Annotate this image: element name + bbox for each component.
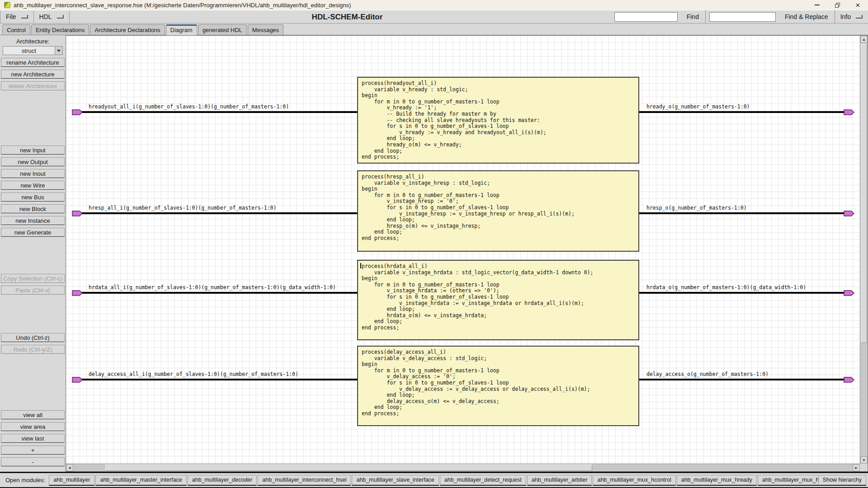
delete-architecture-button: delete Architecture bbox=[1, 81, 65, 90]
process-block-hresp[interactable]: process(hresp_all_i) variable v_instage_… bbox=[357, 170, 639, 252]
module-tab[interactable]: ahb_multilayer_master_interface bbox=[95, 475, 186, 486]
input-port-icon[interactable] bbox=[72, 210, 83, 218]
signal-label[interactable]: hrdata_o(g_number_of_masters-1:0)(g_data… bbox=[646, 284, 806, 291]
show-hierarchy-button[interactable]: Show hierarchy bbox=[818, 475, 866, 486]
process-code: process(hresp_all_i) variable v_instage_… bbox=[362, 174, 635, 242]
menu-tearoff-icon bbox=[856, 15, 863, 19]
signal-label[interactable]: hrdata_all_i(g_number_of_slaves-1:0)(g_n… bbox=[89, 284, 336, 291]
close-button[interactable]: × bbox=[848, 0, 868, 10]
scroll-up-arrow-icon[interactable]: ▲ bbox=[860, 36, 868, 43]
wire-delay-access-left[interactable] bbox=[76, 379, 357, 380]
new-output-button[interactable]: new Output bbox=[1, 157, 65, 166]
signal-label[interactable]: delay_access_o(g_number_of_masters-1:0) bbox=[646, 371, 769, 377]
open-modules-list: ahb_multilayer ahb_multilayer_master_int… bbox=[49, 475, 818, 486]
zoom-out-button[interactable]: - bbox=[1, 457, 65, 466]
menu-tearoff-icon bbox=[57, 15, 64, 19]
module-tab[interactable]: ahb_multilayer_slave_interface bbox=[352, 475, 439, 486]
scroll-left-arrow-icon[interactable]: ◄ bbox=[66, 464, 73, 471]
module-tab[interactable]: ahb_multilayer_mux_hready bbox=[677, 475, 757, 486]
minimize-icon bbox=[815, 5, 820, 5]
wire-hready-right[interactable] bbox=[639, 111, 849, 113]
tab-diagram[interactable]: Diagram bbox=[166, 24, 197, 35]
wire-hresp-right[interactable] bbox=[639, 212, 849, 214]
module-tab[interactable]: ahb_multilayer_mux_hwdata bbox=[758, 475, 818, 486]
scroll-down-arrow-icon[interactable]: ▼ bbox=[860, 456, 868, 464]
tab-control[interactable]: Control bbox=[2, 24, 30, 35]
module-tab[interactable]: ahb_multilayer_arbiter bbox=[527, 475, 592, 486]
rename-architecture-button[interactable]: rename Architecture bbox=[1, 58, 65, 67]
new-architecture-button[interactable]: new Architecture bbox=[1, 70, 65, 79]
tab-generated-hdl[interactable]: generated HDL bbox=[198, 24, 247, 35]
output-port-icon[interactable] bbox=[844, 109, 854, 117]
new-block-button[interactable]: new Block bbox=[1, 204, 65, 213]
minimize-button[interactable] bbox=[807, 0, 827, 10]
replace-input[interactable] bbox=[709, 12, 776, 22]
menu-hdl[interactable]: HDL bbox=[34, 10, 70, 23]
signal-label[interactable]: hreadyout_all_i(g_number_of_slaves-1:0)(… bbox=[89, 103, 289, 110]
new-wire-button[interactable]: new Wire bbox=[1, 181, 65, 190]
chevron-down-icon bbox=[55, 47, 62, 55]
process-block-hrdata[interactable]: process(hrdata_all_i) variable v_instage… bbox=[357, 260, 639, 340]
output-port-icon[interactable] bbox=[844, 210, 854, 218]
output-port-icon[interactable] bbox=[844, 376, 854, 385]
find-replace-button[interactable]: Find & Replace bbox=[778, 10, 835, 23]
process-code: process(delay_access_all_i) variable v_d… bbox=[362, 349, 635, 417]
app-title: HDL-SCHEM-Editor bbox=[0, 10, 694, 24]
vertical-scrollbar-thumb[interactable] bbox=[861, 44, 867, 343]
scroll-right-arrow-icon[interactable]: ► bbox=[853, 464, 860, 471]
undo-button[interactable]: Undo (Ctrl-z) bbox=[1, 333, 65, 342]
tab-architecture-declarations[interactable]: Architecture Declarations bbox=[90, 24, 165, 35]
wire-hreadyout-left[interactable] bbox=[76, 111, 357, 113]
view-area-button[interactable]: view area bbox=[1, 422, 65, 431]
module-tab[interactable]: ahb_multilayer_detect_request bbox=[440, 475, 526, 486]
maximize-icon bbox=[835, 3, 840, 8]
new-inout-button[interactable]: new Inout bbox=[1, 169, 65, 178]
schematic-canvas[interactable]: hreadyout_all_i(g_number_of_slaves-1:0)(… bbox=[66, 35, 868, 472]
module-tab[interactable]: ahb_multilayer_interconnect_hsel bbox=[258, 475, 351, 486]
find-button[interactable]: Find bbox=[680, 10, 705, 23]
signal-label[interactable]: hready_o(g_number_of_masters-1:0) bbox=[646, 103, 750, 110]
module-tab[interactable]: ahb_multilayer_mux_hcontrol bbox=[593, 475, 675, 486]
horizontal-scrollbar-thumb[interactable] bbox=[105, 465, 592, 471]
new-generate-button[interactable]: new Generate bbox=[1, 228, 65, 237]
process-code: process(hrdata_all_i) variable v_instage… bbox=[362, 263, 635, 331]
redo-button: Redo (Ctrl-y/Z) bbox=[1, 345, 65, 354]
wire-hrdata-left[interactable] bbox=[76, 292, 357, 294]
find-input[interactable] bbox=[614, 12, 678, 22]
view-last-button[interactable]: view last bbox=[1, 434, 65, 443]
menu-info[interactable]: Info bbox=[835, 13, 868, 20]
tab-messages[interactable]: Messages bbox=[248, 24, 283, 35]
horizontal-scrollbar[interactable]: ◄ ► bbox=[66, 464, 860, 471]
module-tab[interactable]: ahb_multilayer bbox=[49, 475, 94, 486]
process-block-delay-access[interactable]: process(delay_access_all_i) variable v_d… bbox=[357, 346, 639, 426]
input-port-icon[interactable] bbox=[72, 109, 83, 117]
signal-label[interactable]: hresp_all_i(g_number_of_slaves-1:0)(g_nu… bbox=[89, 205, 276, 211]
new-instance-button[interactable]: new Instance bbox=[1, 216, 65, 225]
output-port-icon[interactable] bbox=[844, 290, 854, 298]
wire-hrdata-right[interactable] bbox=[639, 292, 849, 294]
signal-label[interactable]: delay_access_all_i(g_number_of_slaves-1:… bbox=[89, 371, 298, 377]
menu-file-label: File bbox=[6, 13, 16, 20]
process-block-hready[interactable]: process(hreadyout_all_i) variable v_hrea… bbox=[357, 77, 639, 164]
window-title: ahb_multilayer_interconnect_slave_respon… bbox=[14, 2, 351, 9]
maximize-button[interactable] bbox=[827, 0, 848, 10]
module-tab[interactable]: ahb_multilayer_decoder bbox=[188, 475, 257, 486]
menu-tearoff-icon bbox=[21, 15, 28, 19]
wire-delay-access-right[interactable] bbox=[639, 379, 849, 380]
tab-entity-declarations[interactable]: Entity Declarations bbox=[31, 24, 89, 35]
view-all-button[interactable]: view all bbox=[1, 410, 65, 419]
input-port-icon[interactable] bbox=[72, 290, 83, 298]
notebook-tab-bar: Control Entity Declarations Architecture… bbox=[0, 23, 868, 35]
input-port-icon[interactable] bbox=[72, 376, 83, 385]
vertical-scrollbar[interactable]: ▲ ▼ bbox=[860, 36, 868, 464]
diagram-sidebar: Architecture: struct rename Architecture… bbox=[0, 35, 66, 472]
new-input-button[interactable]: new Input bbox=[1, 145, 65, 155]
new-bus-button[interactable]: new Bus bbox=[1, 192, 65, 202]
signal-label[interactable]: hresp_o(g_number_of_masters-1:0) bbox=[646, 205, 747, 211]
architecture-select[interactable]: struct bbox=[3, 46, 63, 55]
menu-bar: File HDL HDL-SCHEM-Editor Find Find & Re… bbox=[0, 10, 868, 23]
paste-button: Paste (Ctrl-v) bbox=[1, 286, 65, 295]
zoom-in-button[interactable]: + bbox=[1, 446, 65, 455]
wire-hresp-left[interactable] bbox=[76, 212, 357, 214]
menu-file[interactable]: File bbox=[0, 10, 34, 23]
